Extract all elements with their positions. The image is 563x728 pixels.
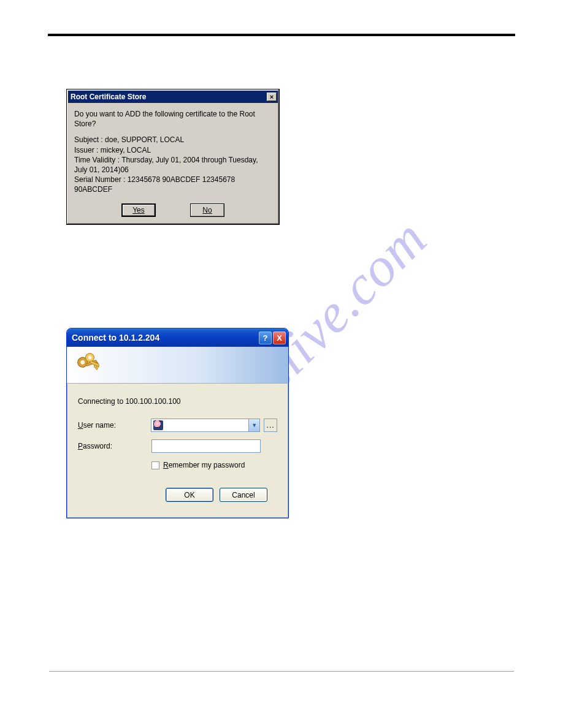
top-rule bbox=[48, 34, 515, 36]
password-row: Password: bbox=[78, 439, 277, 453]
user-avatar-icon bbox=[153, 420, 163, 430]
remember-checkbox[interactable] bbox=[151, 461, 159, 469]
page-content bbox=[49, 34, 514, 61]
remember-label: Remember my password bbox=[163, 461, 245, 469]
yes-button-label: Yes bbox=[132, 206, 145, 214]
username-label: User name: bbox=[78, 421, 151, 430]
root-cert-title: Root Certificate Store bbox=[71, 93, 267, 101]
root-cert-titlebar[interactable]: Root Certificate Store × bbox=[68, 91, 278, 103]
root-cert-buttons: Yes No bbox=[67, 201, 279, 224]
connect-titlebar[interactable]: Connect to 10.1.2.204 ? X bbox=[67, 328, 288, 347]
username-field[interactable]: ▼ bbox=[151, 419, 260, 432]
bottom-rule bbox=[49, 671, 514, 672]
password-field[interactable] bbox=[151, 439, 261, 453]
ok-button[interactable]: OK bbox=[166, 488, 213, 502]
no-button-label: No bbox=[202, 206, 212, 214]
help-icon[interactable]: ? bbox=[259, 332, 272, 344]
connecting-text: Connecting to 100.100.100.100 bbox=[78, 397, 277, 406]
close-icon[interactable]: X bbox=[273, 332, 286, 344]
connect-dialog: Connect to 10.1.2.204 ? X bbox=[66, 328, 289, 518]
username-row: User name: ▼ ... bbox=[78, 418, 277, 433]
root-cert-question: Do you want to ADD the following certifi… bbox=[74, 109, 272, 129]
root-cert-dialog: Root Certificate Store × Do you want to … bbox=[66, 89, 280, 225]
chevron-down-icon[interactable]: ▼ bbox=[248, 419, 259, 431]
remember-row: Remember my password bbox=[151, 461, 277, 469]
yes-button[interactable]: Yes bbox=[121, 203, 156, 217]
keys-icon bbox=[75, 352, 102, 379]
root-cert-body: Do you want to ADD the following certifi… bbox=[67, 104, 279, 201]
password-label: Password: bbox=[78, 442, 151, 450]
close-icon[interactable]: × bbox=[267, 93, 277, 101]
connect-buttons: OK Cancel bbox=[78, 469, 277, 510]
no-button[interactable]: No bbox=[190, 203, 224, 217]
connect-title: Connect to 10.1.2.204 bbox=[72, 333, 258, 343]
cancel-button[interactable]: Cancel bbox=[220, 488, 267, 502]
root-cert-details: Subject : doe, SUPPORT, LOCAL Issuer : m… bbox=[74, 135, 272, 194]
browse-button[interactable]: ... bbox=[264, 419, 277, 432]
connect-banner bbox=[67, 347, 288, 384]
connect-body: Connecting to 100.100.100.100 User name:… bbox=[67, 384, 288, 518]
